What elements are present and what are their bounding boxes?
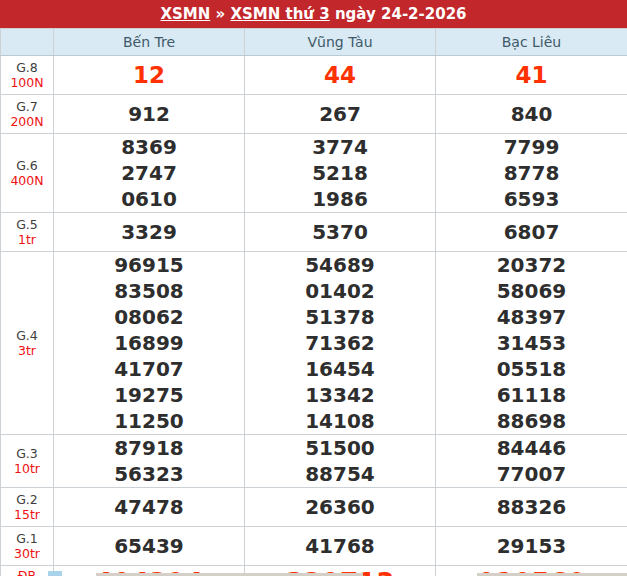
result-number: 41768	[245, 533, 435, 559]
title-date: ngày 24-2-2026	[330, 5, 467, 23]
result-number: 12	[54, 61, 244, 89]
result-number: 11250	[54, 408, 244, 434]
prize-amount: 15tr	[1, 507, 53, 522]
prize-row: G.6400N836927470610377452181986779987786…	[1, 134, 627, 213]
result-cell: 96915835080806216899417071927511250	[54, 252, 245, 435]
prize-label-cell: G.7200N	[1, 95, 54, 134]
prize-name: G.3	[1, 446, 53, 461]
clipped-bottom-element-blue	[48, 571, 62, 576]
prize-row: G.7200N912267840	[1, 95, 627, 134]
prize-amount: 400N	[1, 173, 53, 188]
result-number: 08062	[54, 304, 244, 330]
prize-row: G.310tr879185632351500887548444677007	[1, 435, 627, 488]
result-cell: 47478	[54, 488, 245, 527]
result-cell: 44	[245, 56, 436, 95]
result-cell: 6807	[436, 213, 627, 252]
lottery-results-page: XSMN » XSMN thứ 3 ngày 24-2-2026 Bến Tre…	[0, 0, 627, 576]
column-header-row: Bến Tre Vũng Tàu Bạc Liêu	[1, 29, 627, 56]
result-number: 51378	[245, 304, 435, 330]
result-cell: 26360	[245, 488, 436, 527]
result-number: 26360	[245, 494, 435, 520]
prize-label-cell: G.6400N	[1, 134, 54, 213]
result-number: 61118	[436, 382, 627, 408]
prize-row: G.130tr654394176829153	[1, 527, 627, 566]
result-number: 1986	[245, 186, 435, 212]
result-number: 87918	[54, 435, 244, 461]
prize-label-cell: G.215tr	[1, 488, 54, 527]
prize-name: G.6	[1, 158, 53, 173]
result-number: 8778	[436, 160, 627, 186]
prize-amount: 3tr	[1, 343, 53, 358]
prize-label-cell: G.310tr	[1, 435, 54, 488]
result-cell: 779987786593	[436, 134, 627, 213]
result-number: 96915	[54, 252, 244, 278]
result-number: 2747	[54, 160, 244, 186]
result-number: 41707	[54, 356, 244, 382]
result-cell: 5370	[245, 213, 436, 252]
result-cell: 54689014025137871362164541334214108	[245, 252, 436, 435]
result-number: 6593	[436, 186, 627, 212]
result-number: 88754	[245, 461, 435, 487]
result-number: 54689	[245, 252, 435, 278]
result-cell: 836927470610	[54, 134, 245, 213]
result-number: 88698	[436, 408, 627, 434]
result-number: 20372	[436, 252, 627, 278]
result-number: 56323	[54, 461, 244, 487]
prize-label-cell: G.51tr	[1, 213, 54, 252]
result-number: 13342	[245, 382, 435, 408]
results-body: G.8100N124441G.7200N912267840G.6400N8369…	[1, 56, 627, 576]
prize-label-cell: G.8100N	[1, 56, 54, 95]
result-number: 7799	[436, 134, 627, 160]
result-number: 840	[436, 101, 627, 127]
result-number: 16899	[54, 330, 244, 356]
prize-column-header	[1, 29, 54, 56]
xsmn-weekday-link[interactable]: XSMN thứ 3	[230, 5, 329, 23]
prize-amount: 10tr	[1, 461, 53, 476]
prize-amount: 100N	[1, 75, 53, 90]
prize-amount: 30tr	[1, 546, 53, 561]
result-cell: 12	[54, 56, 245, 95]
result-number: 5370	[245, 219, 435, 245]
prize-label-cell: ĐB2 tỷ	[1, 566, 54, 576]
prize-name: ĐB	[1, 568, 53, 576]
result-cell: 3329	[54, 213, 245, 252]
result-number: 912	[54, 101, 244, 127]
prize-name: G.2	[1, 492, 53, 507]
prize-name: G.8	[1, 60, 53, 75]
xsmn-link[interactable]: XSMN	[160, 5, 210, 23]
prize-name: G.5	[1, 217, 53, 232]
prize-row: G.51tr332953706807	[1, 213, 627, 252]
result-number: 58069	[436, 278, 627, 304]
result-cell: 41	[436, 56, 627, 95]
prize-name: G.4	[1, 328, 53, 343]
title-bar: XSMN » XSMN thứ 3 ngày 24-2-2026	[0, 0, 627, 28]
column-header-ben-tre: Bến Tre	[54, 29, 245, 56]
column-header-bac-lieu: Bạc Liêu	[436, 29, 627, 56]
prize-row: G.8100N124441	[1, 56, 627, 95]
result-cell: 912	[54, 95, 245, 134]
result-cell: 88326	[436, 488, 627, 527]
result-number: 71362	[245, 330, 435, 356]
results-table: Bến Tre Vũng Tàu Bạc Liêu G.8100N124441G…	[0, 28, 627, 576]
result-number: 47478	[54, 494, 244, 520]
result-number: 0610	[54, 186, 244, 212]
result-number: 14108	[245, 408, 435, 434]
result-number: 88326	[436, 494, 627, 520]
result-number: 3329	[54, 219, 244, 245]
prize-amount: 1tr	[1, 232, 53, 247]
result-number: 01402	[245, 278, 435, 304]
result-cell: 29153	[436, 527, 627, 566]
result-number: 84446	[436, 435, 627, 461]
result-cell: 377452181986	[245, 134, 436, 213]
prize-row: G.215tr474782636088326	[1, 488, 627, 527]
result-cell: 20372580694839731453055186111888698	[436, 252, 627, 435]
result-number: 3774	[245, 134, 435, 160]
result-number: 6807	[436, 219, 627, 245]
result-number: 29153	[436, 533, 627, 559]
result-number: 267	[245, 101, 435, 127]
result-cell: 267	[245, 95, 436, 134]
prize-row: G.43tr9691583508080621689941707192751125…	[1, 252, 627, 435]
result-cell: 5150088754	[245, 435, 436, 488]
column-header-vung-tau: Vũng Tàu	[245, 29, 436, 56]
result-number: 48397	[436, 304, 627, 330]
